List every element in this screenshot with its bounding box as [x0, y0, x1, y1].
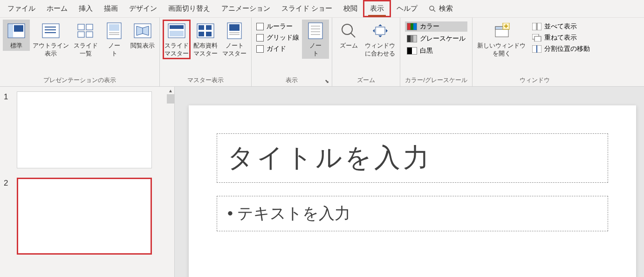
slide-sorter-button[interactable]: スライド 一覧 — [72, 20, 100, 59]
svg-point-0 — [430, 6, 434, 10]
menu-review[interactable]: 校閲 — [338, 1, 363, 16]
svg-rect-25 — [199, 32, 204, 36]
normal-view-icon — [6, 21, 27, 40]
svg-rect-45 — [537, 23, 541, 30]
scroll-up-icon[interactable]: ▲ — [167, 87, 174, 94]
normal-view-button[interactable]: 標準 — [3, 20, 30, 51]
zoom-button[interactable]: ズーム — [335, 20, 362, 51]
slide-master-icon — [166, 21, 187, 40]
menu-insert[interactable]: 挿入 — [73, 1, 98, 16]
menu-animation[interactable]: アニメーション — [216, 1, 276, 16]
body-text: • テキストを入力 — [227, 203, 597, 224]
new-window-button[interactable]: 新しいウィンドウ を開く — [475, 20, 528, 59]
svg-rect-23 — [199, 25, 204, 30]
color-mode-button[interactable]: カラー — [405, 21, 467, 32]
svg-rect-14 — [109, 24, 119, 31]
menu-slideshow[interactable]: スライド ショー — [276, 1, 338, 16]
svg-rect-38 — [376, 27, 385, 35]
cascade-button[interactable]: 重ねて表示 — [530, 33, 592, 43]
notes-master-button[interactable]: ノート マスター — [220, 20, 248, 59]
reading-view-button[interactable]: 閲覧表示 — [129, 20, 157, 51]
gridlines-checkbox[interactable]: グリッド線 — [256, 34, 299, 42]
slide-sorter-label: スライド 一覧 — [74, 42, 98, 58]
new-window-label: 新しいウィンドウ を開く — [477, 42, 526, 58]
menu-home[interactable]: ホーム — [41, 1, 73, 16]
svg-rect-28 — [229, 24, 240, 31]
slide-thumb-row: 1 — [4, 91, 171, 168]
slide-editor: タイトルを入力 • テキストを入力 — [175, 87, 644, 277]
menu-view[interactable]: 表示 — [363, 0, 391, 17]
notes-pane-icon — [305, 21, 326, 40]
fit-window-label: ウィンドウ に合わせる — [365, 42, 395, 58]
normal-view-label: 標準 — [10, 42, 22, 50]
slide-thumbnail-2[interactable] — [17, 178, 152, 255]
notes-master-icon — [224, 21, 245, 40]
ribbon-group-label: カラー/グレースケール — [403, 75, 469, 85]
menu-help[interactable]: ヘルプ — [391, 1, 423, 16]
zoom-label: ズーム — [340, 42, 358, 50]
menu-transition[interactable]: 画面切り替え — [163, 1, 216, 16]
svg-point-36 — [342, 24, 352, 35]
slide-master-button[interactable]: スライド マスター — [163, 20, 191, 59]
svg-line-37 — [351, 33, 355, 37]
thumbnail-scrollbar[interactable]: ▲ — [167, 87, 174, 277]
move-split-icon — [532, 45, 541, 53]
svg-rect-47 — [534, 36, 541, 42]
menu-search[interactable]: 検索 — [423, 1, 459, 16]
grayscale-mode-button[interactable]: グレースケール — [405, 34, 467, 44]
handout-master-button[interactable]: 配布資料 マスター — [192, 20, 219, 59]
handout-master-icon — [195, 21, 216, 40]
notes-pane-label: ノー ト — [309, 42, 322, 58]
bw-mode-button[interactable]: 白黒 — [405, 46, 467, 56]
notes-page-label: ノー ト — [108, 42, 120, 58]
ribbon-group-presentation-views: 標準 アウトライン 表示 スライド 一覧 ノー ト 閲覧表示 プレゼンテーション… — [0, 18, 160, 86]
notes-page-button[interactable]: ノー ト — [101, 20, 128, 59]
title-text: タイトルを入力 — [227, 140, 597, 176]
slide-thumbnail-panel: 1 2 ▲ — [0, 87, 175, 277]
menu-file[interactable]: ファイル — [2, 1, 41, 16]
notes-pane-button[interactable]: ノー ト — [302, 20, 329, 59]
svg-rect-20 — [170, 25, 184, 29]
outline-view-button[interactable]: アウトライン 表示 — [31, 20, 71, 59]
color-swatch-icon — [407, 23, 417, 30]
svg-rect-44 — [532, 23, 536, 30]
show-group-launcher[interactable]: ⬊ — [323, 78, 330, 84]
handout-master-label: 配布資料 マスター — [193, 42, 218, 58]
svg-rect-3 — [8, 24, 13, 37]
body-placeholder[interactable]: • テキストを入力 — [217, 196, 608, 231]
fit-window-button[interactable]: ウィンドウ に合わせる — [363, 20, 397, 59]
workspace: 1 2 ▲ タイトルを入力 • テキストを入力 — [0, 87, 644, 277]
scrollbar-thumb[interactable] — [167, 94, 174, 104]
svg-rect-5 — [42, 24, 59, 38]
notes-master-label: ノート マスター — [222, 42, 247, 58]
svg-rect-9 — [78, 24, 84, 30]
ribbon-group-label: マスター表示 — [163, 75, 248, 85]
menubar: ファイル ホーム 挿入 描画 デザイン 画面切り替え アニメーション スライド … — [0, 0, 644, 18]
menu-design[interactable]: デザイン — [123, 1, 163, 16]
guides-checkbox[interactable]: ガイド — [256, 45, 299, 53]
move-split-button[interactable]: 分割位置の移動 — [530, 44, 592, 54]
menu-draw[interactable]: 描画 — [98, 1, 123, 16]
outline-view-label: アウトライン 表示 — [33, 42, 69, 58]
slide-thumbnail-1[interactable] — [17, 91, 152, 168]
svg-rect-24 — [206, 25, 212, 30]
svg-rect-31 — [308, 23, 322, 39]
ribbon: 標準 アウトライン 表示 スライド 一覧 ノー ト 閲覧表示 プレゼンテーション… — [0, 18, 644, 87]
arrange-all-button[interactable]: 並べて表示 — [530, 21, 592, 32]
slide-thumb-row: 2 — [4, 178, 171, 255]
reading-view-icon — [132, 21, 153, 40]
svg-rect-12 — [86, 32, 93, 37]
ruler-checkbox[interactable]: ルーラー — [256, 22, 299, 31]
svg-rect-26 — [206, 32, 212, 36]
title-placeholder[interactable]: タイトルを入力 — [217, 133, 608, 183]
svg-rect-10 — [86, 24, 93, 30]
svg-rect-21 — [170, 31, 184, 36]
svg-rect-4 — [14, 25, 23, 32]
slide-canvas[interactable]: タイトルを入力 • テキストを入力 — [189, 105, 636, 277]
ribbon-group-label: 表示 — [254, 75, 329, 85]
ribbon-group-zoom: ズーム ウィンドウ に合わせる ズーム — [332, 18, 400, 86]
ribbon-group-window: 新しいウィンドウ を開く 並べて表示 重ねて表示 分割位置の移動 ウィンドウ — [473, 18, 596, 86]
fit-window-icon — [370, 21, 391, 40]
slide-sorter-icon — [75, 21, 96, 40]
ribbon-group-master-views: スライド マスター 配布資料 マスター ノート マスター マスター表示 — [160, 18, 252, 86]
